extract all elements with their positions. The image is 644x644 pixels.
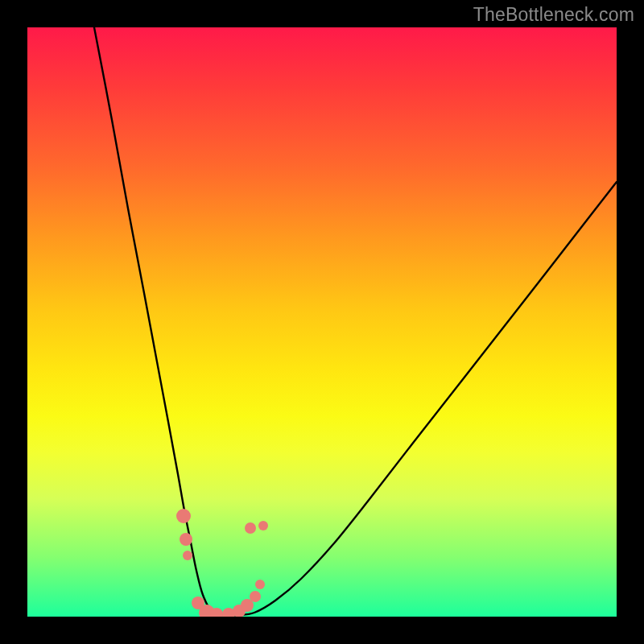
curve-marker (245, 522, 256, 534)
curve-marker (255, 580, 265, 589)
watermark-text: TheBottleneck.com (473, 4, 634, 26)
curve-marker (250, 591, 261, 602)
bottleneck-curve (94, 27, 617, 615)
curve-marker (183, 551, 192, 560)
marker-layer (176, 509, 268, 617)
plot-area (27, 27, 617, 617)
curve-layer (27, 27, 617, 617)
curve-marker (180, 533, 192, 546)
curve-marker (176, 509, 191, 523)
curve-marker (258, 521, 268, 530)
chart-frame: TheBottleneck.com (0, 0, 644, 644)
